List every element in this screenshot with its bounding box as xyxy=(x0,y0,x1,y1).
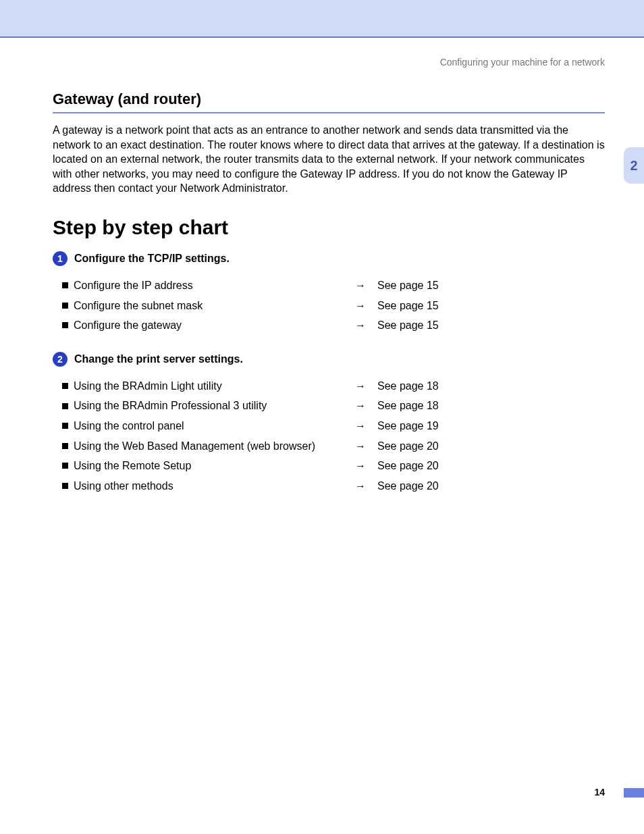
bullet-icon xyxy=(62,443,68,449)
list-item: Using the control panel → See page 19 xyxy=(62,416,605,436)
list-item-desc: Using the Web Based Management (web brow… xyxy=(74,436,344,457)
list-item-desc: Using the BRAdmin Light utility xyxy=(74,376,344,396)
top-band xyxy=(0,0,644,36)
list-item: Using the BRAdmin Professional 3 utility… xyxy=(62,396,605,416)
bullet-icon xyxy=(62,463,68,469)
chapter-tab: 2 xyxy=(624,147,644,184)
list-item: Configure the gateway → See page 15 xyxy=(62,315,605,336)
step-label: Configure the TCP/IP settings. xyxy=(74,253,230,265)
bullet-icon xyxy=(62,383,68,389)
step-1-rows: Configure the IP address → See page 15 C… xyxy=(62,276,605,336)
page: 2 Configuring your machine for a network… xyxy=(0,0,644,834)
running-header: Configuring your machine for a network xyxy=(440,57,605,68)
page-ref[interactable]: See page 20 xyxy=(377,476,439,496)
arrow-icon: → xyxy=(344,436,377,457)
arrow-icon: → xyxy=(344,315,377,336)
arrow-icon: → xyxy=(344,476,377,496)
bullet-icon xyxy=(62,483,68,489)
list-item: Using the Web Based Management (web brow… xyxy=(62,436,605,457)
list-item-desc: Configure the subnet mask xyxy=(74,296,344,316)
page-ref[interactable]: See page 20 xyxy=(377,436,439,457)
section-title: Gateway (and router) xyxy=(53,90,605,113)
step-heading-2: 2 Change the print server settings. xyxy=(53,352,605,367)
list-item-desc: Configure the gateway xyxy=(74,315,344,336)
step-number-badge: 2 xyxy=(53,352,68,367)
list-item: Configure the IP address → See page 15 xyxy=(62,276,605,296)
step-label: Change the print server settings. xyxy=(74,353,243,365)
list-item: Using the BRAdmin Light utility → See pa… xyxy=(62,376,605,396)
arrow-icon: → xyxy=(344,396,377,416)
section-body: A gateway is a network point that acts a… xyxy=(53,123,605,196)
arrow-icon: → xyxy=(344,276,377,296)
arrow-icon: → xyxy=(344,376,377,396)
step-number-badge: 1 xyxy=(53,251,68,266)
bullet-icon xyxy=(62,282,68,288)
arrow-icon: → xyxy=(344,416,377,436)
top-rule xyxy=(0,36,644,38)
list-item: Configure the subnet mask → See page 15 xyxy=(62,296,605,316)
step-heading-1: 1 Configure the TCP/IP settings. xyxy=(53,251,605,266)
arrow-icon: → xyxy=(344,296,377,316)
list-item-desc: Using the BRAdmin Professional 3 utility xyxy=(74,396,344,416)
list-item-desc: Using the control panel xyxy=(74,416,344,436)
list-item-desc: Using other methods xyxy=(74,476,344,496)
page-ref[interactable]: See page 15 xyxy=(377,276,439,296)
page-number: 14 xyxy=(594,787,605,798)
step-2-rows: Using the BRAdmin Light utility → See pa… xyxy=(62,376,605,496)
page-ref[interactable]: See page 18 xyxy=(377,376,439,396)
bullet-icon xyxy=(62,303,68,309)
corner-accent xyxy=(624,788,644,798)
list-item: Using other methods → See page 20 xyxy=(62,476,605,496)
bullet-icon xyxy=(62,423,68,429)
page-ref[interactable]: See page 15 xyxy=(377,315,439,336)
page-ref[interactable]: See page 15 xyxy=(377,296,439,316)
content: Gateway (and router) A gateway is a netw… xyxy=(53,90,605,512)
bullet-icon xyxy=(62,322,68,328)
bullet-icon xyxy=(62,403,68,409)
list-item-desc: Configure the IP address xyxy=(74,276,344,296)
page-ref[interactable]: See page 20 xyxy=(377,456,439,476)
page-ref[interactable]: See page 18 xyxy=(377,396,439,416)
list-item: Using the Remote Setup → See page 20 xyxy=(62,456,605,476)
list-item-desc: Using the Remote Setup xyxy=(74,456,344,476)
page-ref[interactable]: See page 19 xyxy=(377,416,439,436)
chart-title: Step by step chart xyxy=(53,216,605,239)
arrow-icon: → xyxy=(344,456,377,476)
